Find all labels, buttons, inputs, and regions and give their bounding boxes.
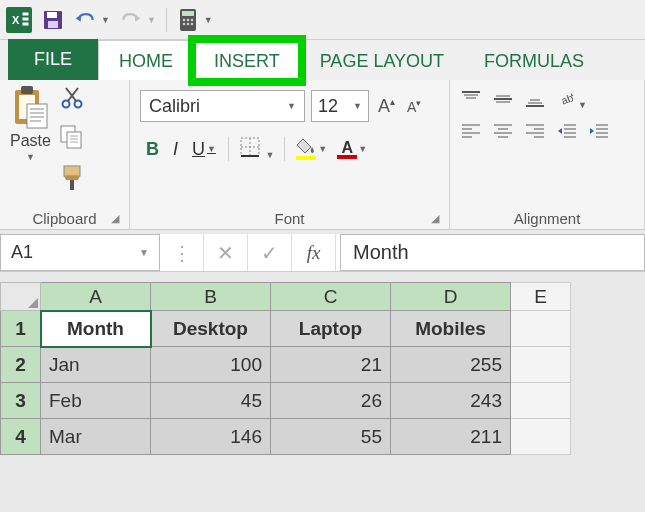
font-separator-2 — [284, 137, 285, 161]
align-right-button[interactable] — [524, 122, 546, 144]
svg-point-13 — [183, 22, 186, 25]
decrease-indent-button[interactable] — [556, 122, 578, 144]
undo-dropdown-icon[interactable]: ▼ — [101, 15, 110, 25]
font-name-dropdown-icon[interactable]: ▼ — [287, 101, 296, 111]
svg-rect-4 — [22, 22, 29, 26]
redo-icon[interactable] — [120, 9, 142, 31]
align-middle-button[interactable] — [492, 90, 514, 112]
name-box-dropdown-icon[interactable]: ▼ — [139, 247, 149, 258]
svg-rect-17 — [21, 86, 33, 94]
font-size-select[interactable]: 12 ▼ — [311, 90, 369, 122]
italic-button[interactable]: I — [167, 135, 184, 164]
svg-text:ab: ab — [560, 91, 575, 106]
formula-input-value: Month — [353, 241, 409, 264]
name-box-value: A1 — [11, 242, 33, 263]
enter-icon[interactable]: ✓ — [248, 234, 292, 271]
svg-point-12 — [191, 18, 194, 21]
format-painter-icon[interactable] — [60, 164, 84, 196]
cell-d2[interactable]: 255 — [391, 347, 511, 383]
cell-a3[interactable]: Feb — [41, 383, 151, 419]
svg-rect-2 — [22, 12, 29, 16]
calculator-icon[interactable] — [177, 9, 199, 31]
increase-font-size-button[interactable]: A▴ — [375, 94, 398, 119]
col-header-b[interactable]: B — [151, 283, 271, 311]
decrease-font-size-button[interactable]: A▾ — [404, 96, 424, 117]
cell-a1[interactable]: Month — [41, 311, 151, 347]
align-left-button[interactable] — [460, 122, 482, 144]
cell-e2[interactable] — [511, 347, 571, 383]
ribbon-group-clipboard: Paste ▼ Clipboard ◢ — [0, 80, 130, 229]
tab-formulas[interactable]: FORMULAS — [464, 41, 604, 80]
redo-dropdown-icon[interactable]: ▼ — [147, 15, 156, 25]
cell-c4[interactable]: 55 — [271, 419, 391, 455]
col-header-a[interactable]: A — [41, 283, 151, 311]
cell-b3[interactable]: 45 — [151, 383, 271, 419]
svg-point-14 — [187, 22, 190, 25]
increase-indent-button[interactable] — [588, 122, 610, 144]
cell-c1[interactable]: Laptop — [271, 311, 391, 347]
tab-file[interactable]: FILE — [8, 39, 98, 80]
font-launcher-icon[interactable]: ◢ — [431, 212, 439, 225]
font-color-button[interactable]: A ▼ — [333, 137, 371, 161]
spreadsheet-grid: A B C D E 1 Month Desktop Laptop Mobiles… — [0, 282, 645, 455]
underline-button[interactable]: U▼ — [186, 135, 222, 164]
cell-e4[interactable] — [511, 419, 571, 455]
select-all-button[interactable] — [1, 283, 41, 311]
row-header-2[interactable]: 2 — [1, 347, 41, 383]
save-icon[interactable] — [42, 9, 64, 31]
underline-dropdown-icon[interactable]: ▼ — [207, 144, 216, 154]
undo-icon[interactable] — [74, 9, 96, 31]
font-group-label: Font ◢ — [140, 206, 439, 229]
cell-c3[interactable]: 26 — [271, 383, 391, 419]
name-box[interactable]: A1 ▼ — [0, 234, 160, 271]
cell-d1[interactable]: Mobiles — [391, 311, 511, 347]
qat-customize-dropdown-icon[interactable]: ▼ — [204, 15, 213, 25]
border-dropdown-icon[interactable]: ▼ — [265, 150, 274, 160]
tab-page-layout[interactable]: PAGE LAYOUT — [300, 41, 464, 80]
row-header-3[interactable]: 3 — [1, 383, 41, 419]
cell-e3[interactable] — [511, 383, 571, 419]
cut-icon[interactable] — [60, 86, 84, 114]
fill-color-dropdown-icon[interactable]: ▼ — [318, 144, 327, 154]
col-header-d[interactable]: D — [391, 283, 511, 311]
col-header-c[interactable]: C — [271, 283, 391, 311]
svg-point-15 — [191, 22, 194, 25]
cell-d4[interactable]: 211 — [391, 419, 511, 455]
clipboard-launcher-icon[interactable]: ◢ — [111, 212, 119, 225]
paste-button[interactable]: Paste ▼ — [10, 86, 51, 162]
bold-button[interactable]: B — [140, 135, 165, 164]
svg-rect-19 — [27, 104, 47, 128]
cell-b4[interactable]: 146 — [151, 419, 271, 455]
fill-color-button[interactable]: ▼ — [291, 135, 331, 163]
cell-b1[interactable]: Desktop — [151, 311, 271, 347]
align-top-button[interactable] — [460, 90, 482, 112]
row-header-1[interactable]: 1 — [1, 311, 41, 347]
col-header-e[interactable]: E — [511, 283, 571, 311]
cell-d3[interactable]: 243 — [391, 383, 511, 419]
cell-a2[interactable]: Jan — [41, 347, 151, 383]
tab-insert[interactable]: INSERT — [194, 41, 300, 80]
align-center-button[interactable] — [492, 122, 514, 144]
cell-c2[interactable]: 21 — [271, 347, 391, 383]
border-button[interactable]: ▼ — [235, 132, 278, 166]
formula-bar-expand-icon[interactable]: ⋮ — [160, 234, 204, 271]
qat-separator — [166, 8, 167, 32]
cell-a4[interactable]: Mar — [41, 419, 151, 455]
row-header-4[interactable]: 4 — [1, 419, 41, 455]
copy-icon[interactable] — [59, 124, 85, 154]
svg-point-24 — [62, 101, 69, 108]
ribbon: Paste ▼ Clipboard ◢ — [0, 80, 645, 230]
cell-e1[interactable] — [511, 311, 571, 347]
cell-b2[interactable]: 100 — [151, 347, 271, 383]
cancel-icon[interactable]: ✕ — [204, 234, 248, 271]
orientation-button[interactable]: ab▼ — [556, 90, 587, 112]
font-name-select[interactable]: Calibri ▼ — [140, 90, 305, 122]
font-color-dropdown-icon[interactable]: ▼ — [358, 144, 367, 154]
formula-input[interactable]: Month — [340, 234, 645, 271]
paste-dropdown-icon[interactable]: ▼ — [26, 152, 35, 162]
tab-home[interactable]: HOME — [98, 40, 194, 80]
font-size-dropdown-icon[interactable]: ▼ — [353, 101, 362, 111]
insert-function-button[interactable]: fx — [292, 234, 336, 271]
svg-rect-3 — [22, 17, 29, 21]
align-bottom-button[interactable] — [524, 90, 546, 112]
